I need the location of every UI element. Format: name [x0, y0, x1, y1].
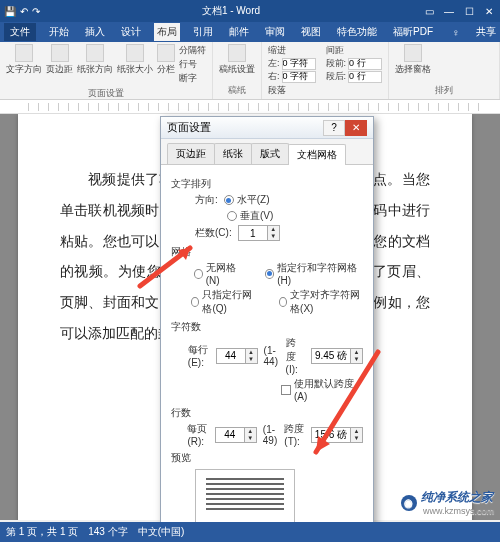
share-button[interactable]: 共享: [476, 25, 496, 39]
size-button[interactable]: 纸张大小: [117, 44, 153, 85]
dialog-tabs: 页边距 纸张 版式 文档网格: [161, 139, 373, 165]
ribbon-tab-home[interactable]: 开始: [46, 23, 72, 41]
lines-per-page-label: 每页(R):: [187, 422, 208, 447]
manuscript-label: 稿纸: [219, 84, 255, 97]
direction-vertical-radio[interactable]: 垂直(V): [227, 209, 273, 223]
spacing-title: 间距: [326, 44, 383, 57]
spacing-before-label: 段前:: [326, 57, 347, 70]
ribbon-tab-review[interactable]: 审阅: [262, 23, 288, 41]
grid-none-radio[interactable]: 无网格(N): [194, 261, 246, 286]
status-language[interactable]: 中文(中国): [138, 525, 185, 539]
quick-save-icon[interactable]: 💾: [4, 6, 16, 17]
status-page[interactable]: 第 1 页，共 1 页: [6, 525, 78, 539]
dialog-tab-paper[interactable]: 纸张: [214, 143, 252, 164]
line-pitch-spinner[interactable]: ▲▼: [311, 427, 363, 443]
ribbon-tab-mailings[interactable]: 邮件: [226, 23, 252, 41]
ribbon-tabs: 文件 开始 插入 设计 布局 引用 邮件 审阅 视图 特色功能 福昕PDF ♀ …: [0, 22, 500, 42]
columns-spinner[interactable]: ▲▼: [238, 225, 280, 241]
page-setup-dialog: 页面设置 ? ✕ 页边距 纸张 版式 文档网格 文字排列 方向: 水平(Z) 垂…: [160, 116, 374, 542]
ribbon-tab-references[interactable]: 引用: [190, 23, 216, 41]
dialog-tab-grid[interactable]: 文档网格: [288, 144, 346, 165]
arrange-group: 选择窗格 排列: [389, 42, 500, 99]
text-direction-button[interactable]: 文字方向: [6, 44, 42, 85]
direction-horizontal-radio[interactable]: 水平(Z): [224, 193, 270, 207]
dialog-close-icon[interactable]: ✕: [345, 120, 367, 136]
breaks-button[interactable]: 分隔符: [179, 44, 206, 57]
line-pitch-label: 跨度(T):: [284, 422, 305, 447]
lines-section: 行数: [171, 406, 363, 420]
chars-per-line-spinner[interactable]: ▲▼: [216, 348, 258, 364]
tell-me-icon[interactable]: ♀: [452, 27, 460, 38]
page-setup-label: 页面设置: [6, 87, 206, 100]
dialog-tab-layout[interactable]: 版式: [251, 143, 289, 164]
ribbon-options-icon[interactable]: ▭: [422, 6, 436, 17]
char-pitch-spinner[interactable]: ▲▼: [311, 348, 363, 364]
orientation-button[interactable]: 纸张方向: [77, 44, 113, 85]
maximize-icon[interactable]: ☐: [462, 6, 476, 17]
grid-section: 网格: [171, 245, 363, 259]
indent-left-label: 左:: [268, 57, 280, 70]
spin-down-icon[interactable]: ▼: [245, 435, 256, 442]
indent-left-input[interactable]: [282, 58, 316, 70]
ribbon-tab-view[interactable]: 视图: [298, 23, 324, 41]
window-titlebar: 💾 ↶ ↷ 文档1 - Word ▭ — ☐ ✕: [0, 0, 500, 22]
manuscript-group: 稿纸设置 稿纸: [213, 42, 262, 99]
spin-up-icon[interactable]: ▲: [268, 226, 279, 233]
spin-down-icon[interactable]: ▼: [351, 356, 362, 363]
spin-up-icon[interactable]: ▲: [245, 428, 256, 435]
watermark-icon: ◉: [401, 495, 417, 511]
spin-down-icon[interactable]: ▼: [268, 233, 279, 240]
undo-icon[interactable]: ↶: [20, 6, 28, 17]
grid-chars-lines-radio[interactable]: 指定行和字符网格(H): [265, 261, 363, 286]
spacing-before-input[interactable]: [348, 58, 382, 70]
minimize-icon[interactable]: —: [442, 6, 456, 17]
spin-down-icon[interactable]: ▼: [246, 356, 257, 363]
grid-align-chars-radio[interactable]: 文字对齐字符网格(X): [279, 288, 363, 316]
watermark-url: www.kzmsys.com: [423, 506, 494, 516]
columns-button[interactable]: 分栏: [157, 44, 175, 85]
spin-up-icon[interactable]: ▲: [246, 349, 257, 356]
ribbon-tab-special[interactable]: 特色功能: [334, 23, 380, 41]
spacing-after-label: 段后:: [326, 70, 347, 83]
use-default-pitch-check[interactable]: 使用默认跨度(A): [281, 377, 363, 402]
lines-per-page-range: (1-49): [263, 424, 279, 446]
watermark: ◉ 纯净系统之家 www.kzmsys.com: [401, 489, 494, 516]
text-direction-section: 文字排列: [171, 177, 363, 191]
ribbon-tab-foxit[interactable]: 福昕PDF: [390, 23, 436, 41]
paragraph-label: 段落: [268, 84, 382, 97]
spin-up-icon[interactable]: ▲: [351, 349, 362, 356]
ribbon-tab-design[interactable]: 设计: [118, 23, 144, 41]
status-bar: 第 1 页，共 1 页 143 个字 中文(中国): [0, 522, 500, 542]
dialog-help-icon[interactable]: ?: [323, 120, 345, 136]
arrange-label: 排列: [395, 84, 493, 97]
char-pitch-label: 跨度(I):: [286, 336, 305, 375]
indent-title: 缩进: [268, 44, 316, 57]
lines-per-page-spinner[interactable]: ▲▼: [215, 427, 257, 443]
spacing-after-input[interactable]: [348, 71, 382, 83]
spin-up-icon[interactable]: ▲: [351, 428, 362, 435]
watermark-text: 纯净系统之家: [421, 490, 493, 504]
redo-icon[interactable]: ↷: [32, 6, 40, 17]
ribbon-layout: 文字方向 页边距 纸张方向 纸张大小 分栏 分隔符 行号 断字 页面设置 稿纸设…: [0, 42, 500, 100]
ribbon-tab-layout[interactable]: 布局: [154, 23, 180, 41]
dialog-tab-margins[interactable]: 页边距: [167, 143, 215, 164]
direction-label: 方向:: [195, 193, 218, 207]
columns-label: 栏数(C):: [195, 226, 232, 240]
hyphenation-button[interactable]: 断字: [179, 72, 206, 85]
indent-right-input[interactable]: [282, 71, 316, 83]
status-words[interactable]: 143 个字: [88, 525, 127, 539]
spin-down-icon[interactable]: ▼: [351, 435, 362, 442]
file-tab[interactable]: 文件: [4, 23, 36, 41]
close-window-icon[interactable]: ✕: [482, 6, 496, 17]
margins-button[interactable]: 页边距: [46, 44, 73, 85]
line-numbers-button[interactable]: 行号: [179, 58, 206, 71]
preview-section: 预览: [171, 451, 363, 465]
indent-right-label: 右:: [268, 70, 280, 83]
grid-lines-only-radio[interactable]: 只指定行网格(Q): [191, 288, 260, 316]
dialog-titlebar[interactable]: 页面设置 ? ✕: [161, 117, 373, 139]
document-title: 文档1 - Word: [40, 4, 422, 18]
ribbon-tab-insert[interactable]: 插入: [82, 23, 108, 41]
horizontal-ruler[interactable]: [0, 100, 500, 114]
selection-pane-button[interactable]: 选择窗格: [395, 44, 431, 76]
manuscript-settings-button[interactable]: 稿纸设置: [219, 44, 255, 76]
